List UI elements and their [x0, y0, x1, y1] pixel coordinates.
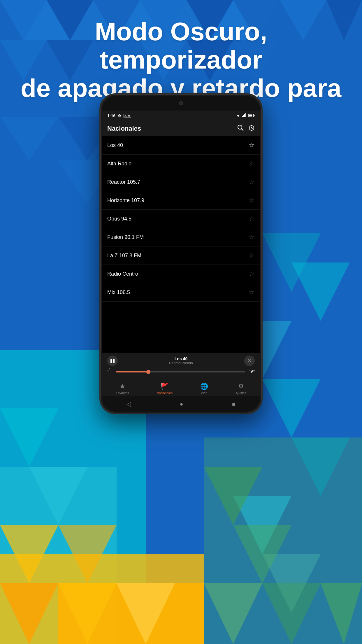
station-name: Los 40 [107, 142, 123, 148]
favorite-star[interactable]: ☆ [249, 252, 255, 259]
favorite-star[interactable]: ☆ [249, 270, 255, 278]
search-icon[interactable] [237, 125, 244, 133]
battery-icon [248, 113, 255, 118]
favorite-star[interactable]: ☆ [249, 233, 255, 241]
nav-item-web[interactable]: 🌐 Web [200, 383, 208, 395]
favorites-icon: ★ [120, 383, 125, 390]
svg-rect-62 [113, 359, 115, 363]
now-playing-title: Los 40 [118, 356, 244, 361]
status-bar: 1:16 ⚙ SIM ▼ [102, 111, 260, 121]
header-icons [237, 125, 255, 133]
timer-icon[interactable] [248, 125, 255, 133]
web-icon: 🌐 [200, 383, 208, 390]
bottom-nav: ★ Favoritos 🚩 Nacionales 🌐 Web ⚙ Ajustes [102, 380, 260, 396]
app-header: Nacionales [102, 121, 260, 136]
list-item[interactable]: Radio Centro ☆ [102, 265, 260, 283]
screen-content: 1:16 ⚙ SIM ▼ [102, 111, 260, 412]
phone-frame: 1:16 ⚙ SIM ▼ [99, 93, 263, 414]
history-icon[interactable] [107, 368, 113, 375]
list-item[interactable]: Horizonte 107.9 ☆ [102, 191, 260, 210]
sim-icon: SIM [124, 114, 131, 118]
list-item[interactable]: La Z 107.3 FM ☆ [102, 246, 260, 265]
list-item[interactable]: Mix 106.5 ☆ [102, 283, 260, 302]
phone-screen: 1:16 ⚙ SIM ▼ [102, 96, 260, 412]
settings-nav-icon: ⚙ [238, 383, 244, 390]
station-name: Radio Centro [107, 271, 138, 277]
list-item[interactable]: Opus 94.5 ☆ [102, 210, 260, 228]
home-button[interactable]: ● [180, 401, 183, 407]
favorite-star[interactable]: ☆ [249, 288, 255, 296]
svg-rect-50 [243, 115, 244, 117]
signal-icon [242, 113, 247, 118]
station-name: Opus 94.5 [107, 216, 131, 222]
station-name: Mix 106.5 [107, 289, 130, 295]
svg-rect-54 [249, 115, 252, 117]
pause-button[interactable] [107, 356, 118, 366]
seek-slider[interactable] [116, 371, 245, 372]
nav-label-favorites: Favoritos [116, 391, 129, 395]
recents-button[interactable]: ■ [232, 401, 236, 407]
svg-line-57 [241, 129, 243, 130]
slider-row: 16" [107, 368, 255, 375]
list-item[interactable]: Reactor 105.7 ☆ [102, 173, 260, 191]
wifi-icon: ▼ [236, 113, 240, 118]
nav-label-web: Web [201, 391, 207, 395]
slider-thumb [146, 370, 150, 374]
station-name: Fusion 90.1 FM [107, 234, 144, 240]
favorite-star[interactable]: ☆ [249, 197, 255, 204]
list-item[interactable]: Los 40 ☆ [102, 136, 260, 155]
list-item[interactable]: Alfa Radio ☆ [102, 155, 260, 173]
status-time: 1:16 [107, 113, 115, 118]
now-playing-subtitle: Reproduciendo [118, 361, 244, 365]
svg-rect-55 [254, 115, 255, 116]
favorite-star[interactable]: ☆ [249, 215, 255, 223]
nacionales-icon: 🚩 [161, 383, 168, 390]
station-name: Alfa Radio [107, 161, 131, 167]
favorite-star[interactable]: ☆ [249, 178, 255, 186]
svg-rect-61 [110, 359, 112, 363]
station-name: Horizonte 107.9 [107, 197, 144, 204]
svg-rect-51 [244, 114, 245, 117]
nav-item-settings[interactable]: ⚙ Ajustes [236, 383, 246, 395]
svg-rect-52 [245, 113, 246, 117]
station-name: Reactor 105.7 [107, 179, 140, 185]
now-playing-bar: Los 40 Reproduciendo ✕ [102, 353, 260, 380]
favorite-star[interactable]: ☆ [249, 160, 255, 167]
status-right: ▼ [236, 113, 255, 118]
list-item[interactable]: Fusion 90.1 FM ☆ [102, 228, 260, 246]
android-nav: ◁ ● ■ [102, 396, 260, 412]
settings-icon: ⚙ [118, 114, 121, 118]
favorite-star[interactable]: ☆ [249, 141, 255, 149]
now-playing-controls: Los 40 Reproduciendo ✕ [107, 356, 255, 366]
close-button[interactable]: ✕ [244, 356, 255, 366]
nav-item-nacionales[interactable]: 🚩 Nacionales [157, 383, 172, 395]
radio-list: Los 40 ☆ Alfa Radio ☆ Reactor 105.7 ☆ Ho… [102, 136, 260, 353]
app-title: Nacionales [107, 125, 141, 132]
nav-item-favorites[interactable]: ★ Favoritos [116, 383, 129, 395]
nav-label-settings: Ajustes [236, 391, 246, 395]
svg-rect-49 [242, 116, 243, 117]
slider-fill [116, 371, 148, 372]
status-left: 1:16 ⚙ SIM [107, 113, 131, 118]
camera-notch [179, 101, 183, 105]
timer-label: 16" [249, 370, 255, 374]
now-playing-info: Los 40 Reproduciendo [118, 356, 244, 365]
back-button[interactable]: ◁ [126, 400, 131, 407]
station-name: La Z 107.3 FM [107, 253, 141, 259]
nav-label-nacionales: Nacionales [157, 391, 172, 395]
